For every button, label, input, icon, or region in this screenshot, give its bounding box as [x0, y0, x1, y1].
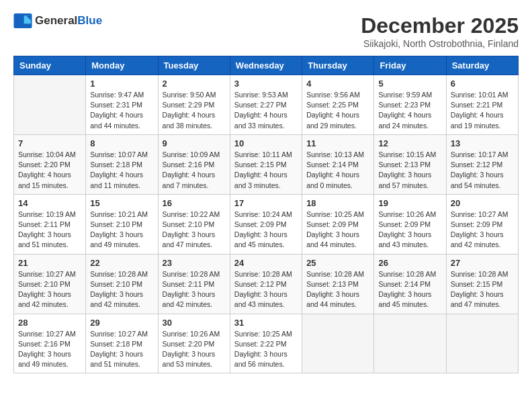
calendar-cell: 3Sunrise: 9:53 AM Sunset: 2:27 PM Daylig…	[230, 75, 302, 135]
day-info: Sunrise: 10:28 AM Sunset: 2:12 PM Daylig…	[234, 269, 298, 310]
calendar-cell: 20Sunrise: 10:27 AM Sunset: 2:09 PM Dayl…	[446, 194, 518, 254]
weekday-header-sunday: Sunday	[14, 56, 86, 75]
calendar-cell: 13Sunrise: 10:17 AM Sunset: 2:12 PM Dayl…	[446, 134, 518, 194]
day-info: Sunrise: 10:22 AM Sunset: 2:10 PM Daylig…	[163, 210, 226, 250]
day-info: Sunrise: 10:01 AM Sunset: 2:21 PM Daylig…	[451, 90, 514, 131]
day-info: Sunrise: 9:59 AM Sunset: 2:23 PM Dayligh…	[378, 90, 441, 131]
calendar-cell: 14Sunrise: 10:19 AM Sunset: 2:11 PM Dayl…	[14, 194, 86, 254]
day-info: Sunrise: 9:50 AM Sunset: 2:29 PM Dayligh…	[163, 90, 226, 131]
weekday-header-wednesday: Wednesday	[230, 56, 302, 75]
day-info: Sunrise: 10:17 AM Sunset: 2:12 PM Daylig…	[451, 150, 514, 191]
day-info: Sunrise: 10:27 AM Sunset: 2:09 PM Daylig…	[451, 210, 514, 250]
day-info: Sunrise: 10:27 AM Sunset: 2:18 PM Daylig…	[90, 329, 153, 370]
logo-blue: Blue	[77, 14, 102, 28]
calendar-cell: 22Sunrise: 10:28 AM Sunset: 2:10 PM Dayl…	[86, 254, 158, 314]
day-number: 31	[234, 318, 298, 328]
day-number: 24	[234, 258, 298, 268]
day-info: Sunrise: 10:28 AM Sunset: 2:10 PM Daylig…	[90, 269, 153, 310]
day-number: 28	[18, 318, 81, 328]
logo: General Blue	[13, 13, 102, 28]
day-number: 16	[163, 198, 226, 208]
day-number: 1	[90, 79, 153, 89]
day-info: Sunrise: 10:26 AM Sunset: 2:20 PM Daylig…	[163, 329, 226, 370]
day-number: 14	[18, 198, 81, 208]
calendar-cell: 15Sunrise: 10:21 AM Sunset: 2:10 PM Dayl…	[86, 194, 158, 254]
calendar-cell: 24Sunrise: 10:28 AM Sunset: 2:12 PM Dayl…	[230, 254, 302, 314]
calendar-cell: 18Sunrise: 10:25 AM Sunset: 2:09 PM Dayl…	[302, 194, 374, 254]
calendar-cell: 12Sunrise: 10:15 AM Sunset: 2:13 PM Dayl…	[374, 134, 446, 194]
day-info: Sunrise: 10:13 AM Sunset: 2:14 PM Daylig…	[306, 150, 369, 191]
day-info: Sunrise: 10:28 AM Sunset: 2:13 PM Daylig…	[306, 269, 369, 310]
day-info: Sunrise: 10:27 AM Sunset: 2:10 PM Daylig…	[18, 269, 81, 310]
logo-general: General	[35, 14, 77, 28]
day-info: Sunrise: 10:27 AM Sunset: 2:16 PM Daylig…	[18, 329, 81, 370]
calendar-cell	[374, 314, 446, 373]
day-info: Sunrise: 9:47 AM Sunset: 2:31 PM Dayligh…	[90, 90, 153, 131]
calendar-cell: 16Sunrise: 10:22 AM Sunset: 2:10 PM Dayl…	[158, 194, 230, 254]
day-info: Sunrise: 10:11 AM Sunset: 2:15 PM Daylig…	[234, 150, 298, 191]
day-number: 5	[378, 79, 441, 89]
day-number: 25	[306, 258, 369, 268]
day-number: 13	[451, 138, 514, 148]
day-number: 20	[451, 198, 514, 208]
weekday-header-monday: Monday	[86, 56, 158, 75]
day-number: 10	[234, 138, 298, 148]
day-number: 2	[163, 79, 226, 89]
calendar-cell: 23Sunrise: 10:28 AM Sunset: 2:11 PM Dayl…	[158, 254, 230, 314]
day-info: Sunrise: 10:28 AM Sunset: 2:15 PM Daylig…	[451, 269, 514, 310]
day-info: Sunrise: 10:04 AM Sunset: 2:20 PM Daylig…	[18, 150, 81, 191]
calendar-cell: 1Sunrise: 9:47 AM Sunset: 2:31 PM Daylig…	[86, 75, 158, 135]
weekday-header-friday: Friday	[374, 56, 446, 75]
day-number: 30	[163, 318, 226, 328]
header: General Blue December 2025 Siikajoki, No…	[13, 13, 519, 49]
calendar-cell: 5Sunrise: 9:59 AM Sunset: 2:23 PM Daylig…	[374, 75, 446, 135]
day-info: Sunrise: 10:28 AM Sunset: 2:11 PM Daylig…	[163, 269, 226, 310]
day-number: 8	[90, 138, 153, 148]
day-info: Sunrise: 9:53 AM Sunset: 2:27 PM Dayligh…	[234, 90, 298, 131]
day-number: 23	[163, 258, 226, 268]
day-info: Sunrise: 10:19 AM Sunset: 2:11 PM Daylig…	[18, 210, 81, 250]
calendar: SundayMondayTuesdayWednesdayThursdayFrid…	[13, 56, 519, 373]
day-number: 18	[306, 198, 369, 208]
calendar-cell: 26Sunrise: 10:28 AM Sunset: 2:14 PM Dayl…	[374, 254, 446, 314]
calendar-cell	[14, 75, 86, 135]
day-info: Sunrise: 10:07 AM Sunset: 2:18 PM Daylig…	[90, 150, 153, 191]
day-info: Sunrise: 10:24 AM Sunset: 2:09 PM Daylig…	[234, 210, 298, 250]
calendar-cell: 7Sunrise: 10:04 AM Sunset: 2:20 PM Dayli…	[14, 134, 86, 194]
weekday-header-tuesday: Tuesday	[158, 56, 230, 75]
day-number: 29	[90, 318, 153, 328]
calendar-cell: 11Sunrise: 10:13 AM Sunset: 2:14 PM Dayl…	[302, 134, 374, 194]
day-number: 7	[18, 138, 81, 148]
calendar-cell: 28Sunrise: 10:27 AM Sunset: 2:16 PM Dayl…	[14, 314, 86, 373]
subtitle: Siikajoki, North Ostrobothnia, Finland	[361, 38, 519, 49]
day-info: Sunrise: 10:21 AM Sunset: 2:10 PM Daylig…	[90, 210, 153, 250]
day-info: Sunrise: 10:25 AM Sunset: 2:22 PM Daylig…	[234, 329, 298, 370]
day-info: Sunrise: 10:15 AM Sunset: 2:13 PM Daylig…	[378, 150, 441, 191]
month-title: December 2025	[361, 13, 519, 38]
calendar-cell: 29Sunrise: 10:27 AM Sunset: 2:18 PM Dayl…	[86, 314, 158, 373]
day-number: 19	[378, 198, 441, 208]
weekday-header-saturday: Saturday	[446, 56, 518, 75]
calendar-cell: 2Sunrise: 9:50 AM Sunset: 2:29 PM Daylig…	[158, 75, 230, 135]
day-number: 3	[234, 79, 298, 89]
calendar-cell	[302, 314, 374, 373]
day-info: Sunrise: 10:28 AM Sunset: 2:14 PM Daylig…	[378, 269, 441, 310]
calendar-cell: 8Sunrise: 10:07 AM Sunset: 2:18 PM Dayli…	[86, 134, 158, 194]
calendar-cell: 21Sunrise: 10:27 AM Sunset: 2:10 PM Dayl…	[14, 254, 86, 314]
day-number: 21	[18, 258, 81, 268]
logo-icon	[13, 13, 32, 28]
calendar-cell: 17Sunrise: 10:24 AM Sunset: 2:09 PM Dayl…	[230, 194, 302, 254]
day-number: 6	[451, 79, 514, 89]
calendar-cell: 25Sunrise: 10:28 AM Sunset: 2:13 PM Dayl…	[302, 254, 374, 314]
day-info: Sunrise: 10:26 AM Sunset: 2:09 PM Daylig…	[378, 210, 441, 250]
calendar-cell: 19Sunrise: 10:26 AM Sunset: 2:09 PM Dayl…	[374, 194, 446, 254]
day-info: Sunrise: 10:09 AM Sunset: 2:16 PM Daylig…	[163, 150, 226, 191]
calendar-cell	[446, 314, 518, 373]
day-number: 15	[90, 198, 153, 208]
day-number: 9	[163, 138, 226, 148]
day-number: 22	[90, 258, 153, 268]
day-number: 4	[306, 79, 369, 89]
day-number: 17	[234, 198, 298, 208]
calendar-cell: 30Sunrise: 10:26 AM Sunset: 2:20 PM Dayl…	[158, 314, 230, 373]
day-number: 12	[378, 138, 441, 148]
